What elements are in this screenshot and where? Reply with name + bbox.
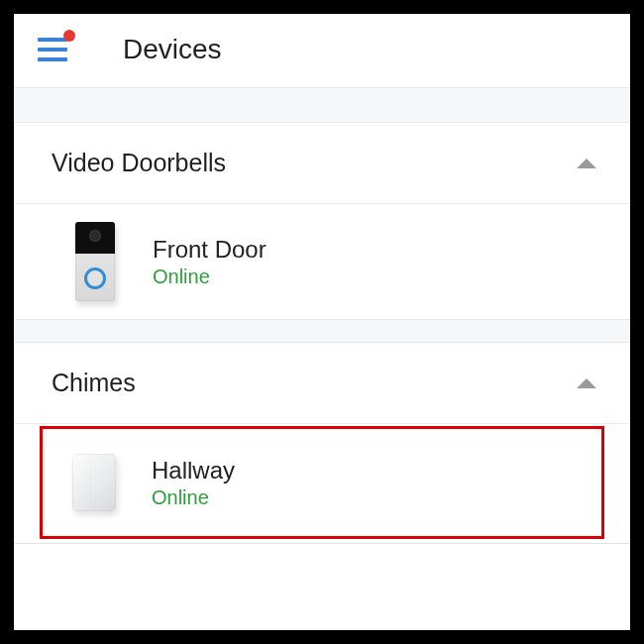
app-screen: Devices Video Doorbells Front Door Onlin… [14,14,630,630]
section-spacer [14,87,630,123]
chevron-up-icon [577,378,596,388]
device-info: Hallway Online [152,457,235,509]
menu-icon[interactable] [38,38,67,61]
device-row-hallway[interactable]: Hallway Online [40,426,604,539]
device-status: Online [153,266,267,288]
device-info: Front Door Online [153,236,267,288]
page-title: Devices [123,34,222,65]
section-title: Video Doorbells [52,149,226,177]
notification-dot-icon [63,30,75,42]
device-status: Online [152,486,235,509]
device-name: Hallway [152,457,235,484]
section-spacer [14,319,630,343]
doorbell-icon [65,222,125,301]
chime-icon [64,443,124,522]
header: Devices [14,14,630,87]
chevron-up-icon [577,159,596,168]
device-name: Front Door [153,236,267,264]
divider [14,543,630,544]
section-header-video-doorbells[interactable]: Video Doorbells [14,123,630,204]
device-row-front-door[interactable]: Front Door Online [14,204,630,319]
section-title: Chimes [52,369,136,397]
section-header-chimes[interactable]: Chimes [14,343,630,424]
